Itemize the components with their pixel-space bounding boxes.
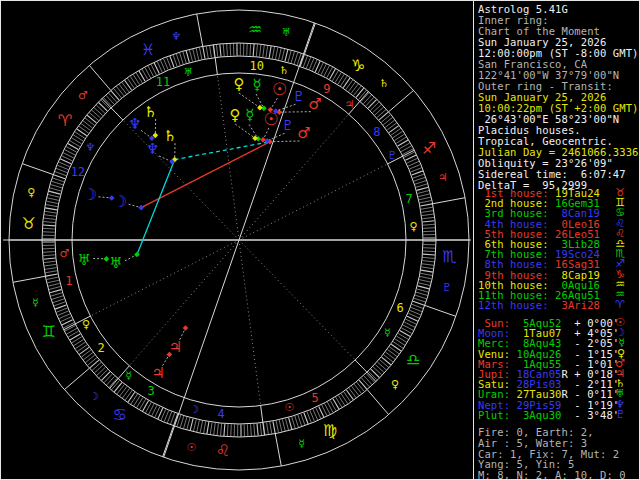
house-row: 12th house: 3Ari28♈ bbox=[478, 300, 639, 311]
planet-velocity: - 3°48' bbox=[568, 409, 619, 421]
degree-tick bbox=[356, 88, 364, 97]
planet-row: Plut: 3Aqu30 - 3°48'♇ bbox=[478, 410, 639, 421]
degree-tick bbox=[189, 50, 192, 62]
degree-tick bbox=[85, 355, 94, 362]
degree-tick bbox=[411, 307, 422, 311]
degree-tick bbox=[171, 413, 175, 424]
degree-tick bbox=[422, 261, 434, 262]
degree-tick bbox=[180, 416, 184, 427]
sign-ruler-icon: ☉ bbox=[187, 441, 197, 454]
degree-tick bbox=[227, 44, 228, 56]
house-number: 11 bbox=[156, 75, 170, 89]
aspect-line bbox=[141, 142, 270, 208]
degree-tick bbox=[386, 352, 396, 359]
degree-tick bbox=[180, 53, 184, 64]
degree-tick bbox=[286, 419, 289, 431]
degree-tick bbox=[70, 334, 80, 340]
degree-tick bbox=[77, 129, 87, 136]
degree-tick bbox=[303, 56, 307, 67]
degree-tick bbox=[371, 369, 380, 377]
degree-tick bbox=[375, 364, 384, 372]
degree-tick bbox=[260, 423, 261, 435]
zodiac-sign-icon: ♌ bbox=[216, 441, 230, 460]
degree-tick bbox=[421, 207, 433, 209]
degree-tick bbox=[423, 231, 435, 232]
degree-tick bbox=[279, 48, 282, 60]
degree-tick bbox=[298, 415, 302, 426]
degree-tick bbox=[415, 295, 426, 299]
house-ruler-icon: ☽ bbox=[189, 403, 199, 416]
degree-tick bbox=[125, 390, 132, 400]
house-number: 1 bbox=[65, 274, 72, 288]
degree-tick bbox=[231, 424, 232, 436]
degree-tick bbox=[176, 54, 180, 65]
sun-natal-icon: ☉ bbox=[272, 79, 287, 99]
degree-tick bbox=[167, 412, 171, 423]
degree-tick bbox=[131, 394, 138, 404]
sign-ruler-icon: ☽ bbox=[89, 390, 99, 403]
degree-tick bbox=[272, 47, 274, 59]
degree-tick bbox=[216, 45, 217, 57]
degree-tick bbox=[116, 86, 123, 95]
degree-tick bbox=[214, 423, 216, 435]
zodiac-sign-icon: ♑ bbox=[351, 56, 365, 75]
planet-pointer-line bbox=[270, 141, 299, 142]
degree-tick bbox=[346, 390, 353, 400]
neptune-transit-icon: ♆ bbox=[146, 140, 159, 158]
degree-tick bbox=[184, 417, 187, 429]
degree-tick bbox=[343, 78, 350, 88]
degree-tick bbox=[44, 261, 56, 262]
degree-tick bbox=[199, 48, 201, 60]
degree-tick bbox=[418, 190, 430, 193]
degree-tick bbox=[382, 357, 391, 365]
degree-tick bbox=[97, 367, 106, 375]
degree-tick bbox=[227, 424, 228, 436]
degree-tick bbox=[416, 184, 427, 187]
degree-tick bbox=[57, 165, 68, 170]
zodiac-sign-icon: ♈ bbox=[58, 111, 72, 130]
degree-tick bbox=[260, 45, 261, 57]
degree-tick bbox=[423, 228, 435, 229]
degree-tick bbox=[389, 347, 399, 354]
house-number: 9 bbox=[323, 82, 330, 96]
degree-tick bbox=[44, 218, 56, 219]
planet-label: Plut: bbox=[478, 409, 517, 421]
degree-tick bbox=[418, 283, 430, 286]
astrolog-window: ♈♂♉♀♊☿♋☽♌☉♍☿♎♀♏♇♐♃♑♄♒♅♓♆1♂2♀3☿4☽5☉6☿7♀8♇… bbox=[0, 0, 640, 480]
degree-tick bbox=[333, 399, 339, 409]
degree-tick bbox=[349, 388, 356, 398]
degree-tick bbox=[352, 386, 359, 396]
degree-tick bbox=[423, 224, 435, 225]
degree-tick bbox=[187, 418, 190, 430]
degree-tick bbox=[81, 350, 91, 357]
degree-tick bbox=[338, 74, 344, 84]
jupiter-natal-icon: ♃ bbox=[151, 364, 164, 382]
degree-tick bbox=[420, 276, 432, 278]
zodiac-sign-icon: ♎ bbox=[406, 350, 420, 369]
degree-tick bbox=[251, 424, 252, 436]
degree-tick bbox=[394, 134, 404, 140]
venus-position-dot bbox=[257, 105, 263, 111]
moon-natal-icon: ☽ bbox=[83, 185, 97, 204]
degree-tick bbox=[73, 135, 83, 141]
degree-tick bbox=[88, 358, 97, 366]
house-ruler-icon: ☿ bbox=[384, 326, 391, 339]
degree-tick bbox=[170, 56, 174, 67]
degree-tick bbox=[196, 48, 199, 60]
degree-tick bbox=[114, 383, 122, 392]
degree-tick bbox=[134, 396, 140, 406]
degree-tick bbox=[348, 82, 355, 92]
degree-tick bbox=[44, 264, 56, 266]
degree-tick bbox=[263, 45, 265, 57]
degree-tick bbox=[183, 52, 186, 63]
degree-tick bbox=[420, 204, 432, 206]
moon-position-dot bbox=[138, 205, 144, 211]
stat-line: M: 8, N: 2, A: 10, D: 0 bbox=[478, 470, 639, 480]
degree-tick bbox=[410, 310, 421, 315]
degree-tick bbox=[55, 305, 66, 309]
degree-tick bbox=[89, 113, 98, 121]
degree-tick bbox=[139, 71, 145, 81]
sign-ruler-icon: ♀ bbox=[391, 378, 399, 391]
degree-tick bbox=[117, 385, 124, 394]
degree-tick bbox=[43, 255, 55, 256]
